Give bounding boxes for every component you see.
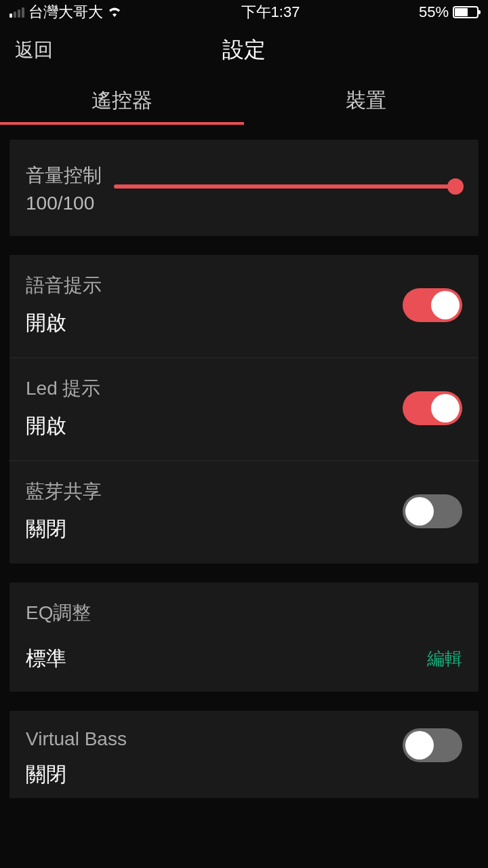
volume-row: 音量控制 100/100 xyxy=(9,140,479,236)
signal-icon xyxy=(9,7,24,18)
voice-prompt-label: 語音提示 xyxy=(26,273,102,298)
volume-section: 音量控制 100/100 xyxy=(9,140,479,236)
slider-thumb[interactable] xyxy=(447,178,464,195)
wifi-icon xyxy=(107,5,122,20)
bt-share-toggle[interactable] xyxy=(403,494,462,528)
status-bar: 台灣大哥大 下午1:37 55% xyxy=(0,0,488,24)
virtual-bass-item: Virtual Bass 關閉 xyxy=(9,711,479,798)
voice-prompt-toggle[interactable] xyxy=(403,288,462,322)
page-header: 返回 設定 xyxy=(0,24,488,76)
status-right: 55% xyxy=(419,3,479,21)
tab-remote[interactable]: 遙控器 xyxy=(0,76,244,125)
voice-prompt-status: 開啟 xyxy=(26,309,102,337)
tabs: 遙控器 裝置 xyxy=(0,76,488,125)
eq-section: EQ調整 標準 編輯 xyxy=(9,583,479,692)
voice-prompt-item: 語音提示 開啟 xyxy=(9,255,479,358)
virtual-bass-label: Virtual Bass xyxy=(26,728,127,750)
volume-value: 100/100 xyxy=(26,193,102,214)
battery-icon xyxy=(453,6,479,18)
virtual-bass-section: Virtual Bass 關閉 xyxy=(9,711,479,798)
back-button[interactable]: 返回 xyxy=(15,37,53,63)
carrier-text: 台灣大哥大 xyxy=(28,2,103,22)
eq-value: 標準 xyxy=(26,645,66,673)
battery-percent-text: 55% xyxy=(419,3,449,21)
tab-device[interactable]: 裝置 xyxy=(244,76,488,125)
eq-value-row: 標準 編輯 xyxy=(9,631,479,692)
virtual-bass-status: 關閉 xyxy=(26,761,127,789)
led-prompt-toggle[interactable] xyxy=(403,391,462,425)
led-prompt-status: 開啟 xyxy=(26,412,101,440)
bt-share-item: 藍芽共享 關閉 xyxy=(9,461,479,564)
status-time: 下午1:37 xyxy=(241,2,300,22)
bt-share-label: 藍芽共享 xyxy=(26,479,102,505)
led-prompt-label: Led 提示 xyxy=(26,376,101,401)
eq-edit-button[interactable]: 編輯 xyxy=(427,647,462,671)
status-left: 台灣大哥大 xyxy=(9,2,122,22)
bt-share-status: 關閉 xyxy=(26,515,102,543)
virtual-bass-toggle[interactable] xyxy=(403,728,462,762)
volume-slider[interactable] xyxy=(114,173,462,200)
volume-label: 音量控制 xyxy=(26,159,102,193)
page-title: 設定 xyxy=(222,35,266,65)
led-prompt-item: Led 提示 開啟 xyxy=(9,358,479,461)
eq-label: EQ調整 xyxy=(26,600,462,626)
eq-row: EQ調整 xyxy=(9,583,479,631)
toggles-section: 語音提示 開啟 Led 提示 開啟 藍芽共享 關閉 xyxy=(9,255,479,564)
